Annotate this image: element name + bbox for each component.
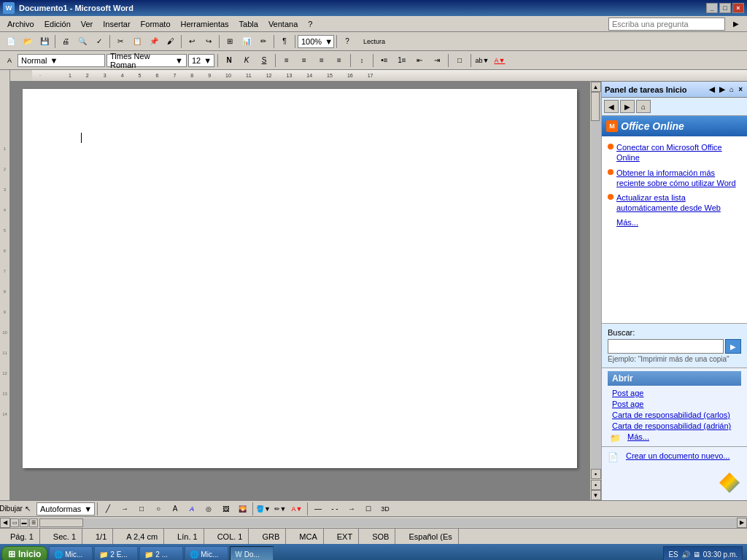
link-2[interactable]: Obtener la información más reciente sobr… [616, 168, 741, 189]
clipart-button[interactable]: 🖼 [217, 502, 233, 516]
taskbar-item-2[interactable]: 📁 2 E... [94, 546, 138, 560]
3d-button[interactable]: 3D [377, 502, 393, 516]
open-more-link[interactable]: Más... [623, 432, 649, 441]
open-button[interactable]: 📂 [20, 34, 36, 49]
cut-button[interactable]: ✂ [112, 34, 128, 49]
zoom-dropdown[interactable]: 100% ▼ [298, 35, 334, 48]
h-scroll-track[interactable] [39, 518, 737, 527]
scroll-prev-button[interactable]: ● [591, 469, 601, 479]
line-button[interactable]: ╱ [100, 502, 116, 516]
format-painter-button[interactable]: 🖌 [163, 34, 179, 49]
italic-button[interactable]: K [239, 53, 255, 68]
open-link-2[interactable]: Post age [608, 400, 741, 408]
open-link-3[interactable]: Carta de responsabilidad (carlos) [608, 411, 741, 419]
menu-herramientas[interactable]: Herramientas [177, 18, 233, 30]
view-normal-button[interactable]: ▭ [10, 518, 19, 527]
scroll-right-arrow[interactable]: ▶ [737, 518, 747, 528]
link-1[interactable]: Conectar con Microsoft Office Online [616, 142, 741, 163]
insert-chart-button[interactable]: 📊 [239, 34, 255, 49]
document-page[interactable] [23, 89, 577, 468]
redo-button[interactable]: ↪ [201, 34, 217, 49]
panel-nav-home[interactable]: ⌂ [636, 100, 651, 113]
border-button[interactable]: □ [452, 53, 468, 68]
print-button[interactable]: 🖨 [58, 34, 74, 49]
taskbar-item-word[interactable]: W Do... [230, 546, 274, 560]
taskbar-item-4[interactable]: 🌐 Mic... [185, 546, 228, 560]
arrow-style-button[interactable]: → [344, 502, 360, 516]
scroll-thumb[interactable] [591, 92, 600, 121]
create-new-link[interactable]: Crear un documento nuevo... [622, 451, 729, 460]
font-dropdown[interactable]: Times New Roman▼ [107, 54, 187, 67]
shadow-button[interactable]: ☐ [360, 502, 376, 516]
undo-button[interactable]: ↩ [184, 34, 200, 49]
scroll-track[interactable] [591, 92, 601, 469]
paste-button[interactable]: 📌 [146, 34, 162, 49]
menu-ventana[interactable]: Ventana [264, 18, 302, 30]
help-button[interactable]: ? [339, 34, 355, 49]
autoshapes-dropdown[interactable]: Autoformas▼ [36, 502, 95, 516]
open-link-1[interactable]: Post age [608, 389, 741, 397]
scroll-down-arrow[interactable]: ▼ [591, 490, 601, 500]
font-size-dropdown[interactable]: 12▼ [188, 54, 214, 67]
align-right-button[interactable]: ≡ [314, 53, 330, 68]
textbox-button[interactable]: A [167, 502, 183, 516]
panel-forward-button[interactable]: ▶ [718, 85, 727, 93]
copy-button[interactable]: 📋 [129, 34, 145, 49]
rect-button[interactable]: □ [133, 502, 150, 516]
panel-nav-forward[interactable]: ▶ [620, 100, 635, 113]
menu-archivo[interactable]: Archivo [3, 18, 39, 30]
line-spacing-button[interactable]: ↕ [354, 53, 370, 68]
panel-nav-back[interactable]: ◀ [604, 100, 619, 113]
dash-style-button[interactable]: - - [327, 502, 343, 516]
close-button[interactable]: × [732, 3, 744, 13]
highlight-button[interactable]: ab▼ [474, 53, 490, 68]
scroll-next-button[interactable]: ● [591, 480, 601, 490]
scroll-up-arrow[interactable]: ▲ [591, 82, 601, 92]
wordart-button[interactable]: A [184, 502, 200, 516]
font-color-button[interactable]: A▼ [492, 53, 508, 68]
menu-ver[interactable]: Ver [77, 18, 98, 30]
show-hide-button[interactable]: ¶ [276, 34, 293, 49]
decrease-indent-button[interactable]: ⇤ [411, 53, 427, 68]
fill-color-button[interactable]: 🪣▼ [255, 502, 271, 516]
menu-tabla[interactable]: Tabla [235, 18, 263, 30]
search-go-button[interactable]: ▶ [725, 339, 741, 354]
font-color-draw-button[interactable]: A▼ [289, 502, 305, 516]
scroll-left-arrow[interactable]: ◀ [0, 518, 10, 528]
menu-help[interactable]: ? [303, 18, 317, 30]
h-scroll-thumb[interactable] [39, 518, 83, 527]
panel-back-button[interactable]: ◀ [708, 85, 716, 93]
start-button[interactable]: ⊞ Inicio [1, 546, 47, 560]
taskbar-item-3[interactable]: 📁 2 ... [139, 546, 183, 560]
line-color-button[interactable]: ✏▼ [272, 502, 288, 516]
taskbar-item-ie[interactable]: 🌐 Mic... [49, 546, 93, 560]
panel-home-button[interactable]: ⌂ [728, 85, 735, 93]
image-button[interactable]: 🌄 [234, 502, 250, 516]
view-outline-button[interactable]: ☰ [29, 518, 38, 527]
vertical-scrollbar[interactable]: ▲ ● ● ▼ [589, 82, 601, 500]
menu-insertar[interactable]: Insertar [98, 18, 134, 30]
ask-question-input[interactable] [608, 18, 725, 31]
new-button[interactable]: 📄 [3, 34, 19, 49]
spell-check-button[interactable]: ✓ [91, 34, 107, 49]
diagram-button[interactable]: ◎ [201, 502, 217, 516]
view-layout-button[interactable]: ▬ [20, 518, 28, 527]
arrow-button[interactable]: → [117, 502, 133, 516]
menu-edicion[interactable]: Edición [40, 18, 75, 30]
drawing-button[interactable]: ✏ [255, 34, 271, 49]
increase-indent-button[interactable]: ⇥ [429, 53, 445, 68]
align-center-button[interactable]: ≡ [296, 53, 312, 68]
maximize-button[interactable]: □ [719, 3, 731, 13]
document-area[interactable] [10, 82, 589, 500]
print-preview-button[interactable]: 🔍 [74, 34, 90, 49]
reading-button[interactable]: Lectura [356, 34, 392, 49]
line-style-button[interactable]: — [310, 502, 326, 516]
justify-button[interactable]: ≡ [331, 53, 347, 68]
style-dropdown[interactable]: Normal▼ [18, 54, 105, 67]
cursor-button[interactable]: ↖ [20, 502, 36, 516]
save-button[interactable]: 💾 [36, 34, 53, 49]
numbering-button[interactable]: 1≡ [394, 53, 410, 68]
ellipse-button[interactable]: ○ [150, 502, 166, 516]
more-link-top[interactable]: Más... [616, 218, 741, 227]
underline-button[interactable]: S [256, 53, 272, 68]
